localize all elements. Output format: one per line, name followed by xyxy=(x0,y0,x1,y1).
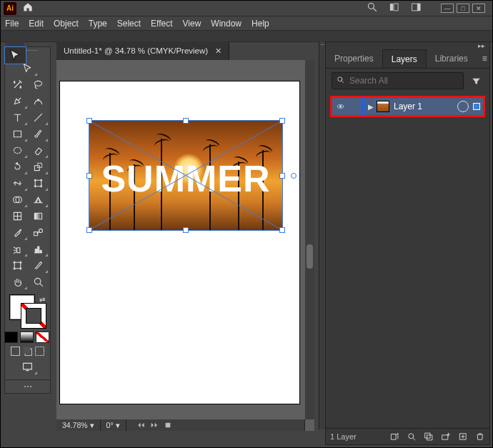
visibility-toggle-icon[interactable] xyxy=(332,102,348,111)
curvature-tool[interactable] xyxy=(28,93,49,109)
selection-bounding-box[interactable] xyxy=(89,120,283,231)
menu-object[interactable]: Object xyxy=(54,19,79,29)
make-clipping-mask-icon[interactable] xyxy=(424,432,434,442)
handle-bot-mid[interactable] xyxy=(183,227,189,233)
panel-menu-icon[interactable]: ≡ xyxy=(477,49,493,68)
menu-file[interactable]: File xyxy=(5,19,19,29)
locate-object-icon[interactable] xyxy=(407,432,417,442)
handle-top-right[interactable] xyxy=(279,118,285,124)
layer-search-input[interactable]: Search All xyxy=(332,72,464,89)
symbol-sprayer-tool[interactable] xyxy=(7,241,28,257)
column-graph-tool[interactable] xyxy=(28,241,49,257)
layer-name[interactable]: Layer 1 xyxy=(394,101,457,111)
placed-image[interactable]: SUMMER xyxy=(89,121,282,230)
search-icon[interactable] xyxy=(367,1,378,15)
color-mode-gradient[interactable] xyxy=(20,332,34,343)
edit-toolbar-icon[interactable]: ⋯ xyxy=(5,379,50,393)
eraser-tool[interactable] xyxy=(28,142,49,159)
handle-top-left[interactable] xyxy=(86,118,92,124)
minimize-button[interactable]: — xyxy=(441,4,454,13)
layer-row-layer1[interactable]: ▶ Layer 1 xyxy=(330,96,485,117)
artboard-tool[interactable] xyxy=(7,257,28,274)
perspective-grid-tool[interactable] xyxy=(28,191,49,208)
document-tab-bar: Untitled-1* @ 34.78 % (CMYK/Preview) ✕ xyxy=(56,41,229,60)
rotate-view[interactable]: 0° ▾ xyxy=(101,419,126,431)
home-icon[interactable] xyxy=(22,1,34,15)
svg-point-6 xyxy=(37,99,39,101)
paintbrush-tool[interactable] xyxy=(28,126,49,142)
expand-layer-icon[interactable]: ▶ xyxy=(365,103,377,111)
tab-properties[interactable]: Properties xyxy=(326,49,382,68)
zoom-tool[interactable] xyxy=(28,274,49,290)
handle-mid-left[interactable] xyxy=(86,173,92,179)
panel-grip[interactable]: ▸▸ xyxy=(326,42,489,49)
rotate-tool[interactable] xyxy=(7,159,28,175)
lasso-tool[interactable] xyxy=(28,76,49,93)
type-tool[interactable] xyxy=(7,109,28,126)
eyedropper-tool[interactable] xyxy=(7,224,28,241)
handle-bot-right[interactable] xyxy=(279,227,285,233)
color-mode-none[interactable] xyxy=(36,332,49,343)
artboard-nav[interactable] xyxy=(126,419,305,431)
free-transform-tool[interactable] xyxy=(28,175,49,191)
layers-export-icon[interactable] xyxy=(389,432,399,442)
vertical-scrollbar[interactable] xyxy=(305,60,314,419)
maximize-button[interactable]: □ xyxy=(457,4,469,13)
line-segment-tool[interactable] xyxy=(28,109,49,126)
toolbar-tab[interactable] xyxy=(6,41,24,46)
draw-behind-icon[interactable] xyxy=(21,346,34,356)
menu-help[interactable]: Help xyxy=(252,19,269,29)
screen-mode-icon[interactable] xyxy=(17,359,38,375)
svg-rect-7 xyxy=(14,131,21,137)
handle-content-grabber[interactable] xyxy=(291,173,297,179)
workspace-switcher-icon[interactable] xyxy=(410,2,422,14)
menu-window[interactable]: Window xyxy=(211,19,241,29)
stroke-swatch[interactable] xyxy=(21,303,46,329)
handle-mid-right[interactable] xyxy=(279,173,285,179)
layer-filter-icon[interactable] xyxy=(468,73,484,89)
close-window-button[interactable]: ✕ xyxy=(472,4,485,13)
draw-normal-icon[interactable] xyxy=(9,346,21,356)
mesh-tool[interactable] xyxy=(7,208,28,224)
app-logo: Ai xyxy=(4,2,16,15)
width-tool[interactable] xyxy=(7,175,28,191)
new-layer-icon[interactable] xyxy=(458,432,468,442)
svg-rect-39 xyxy=(427,435,432,440)
pen-tool[interactable] xyxy=(7,93,28,109)
menu-view[interactable]: View xyxy=(183,19,201,29)
hand-tool[interactable] xyxy=(7,274,28,290)
close-tab-icon[interactable]: ✕ xyxy=(215,46,221,56)
magic-wand-tool[interactable] xyxy=(7,76,28,93)
gradient-tool[interactable] xyxy=(28,208,49,224)
arrange-documents-icon[interactable] xyxy=(388,2,400,14)
delete-layer-icon[interactable] xyxy=(475,432,485,442)
svg-point-27 xyxy=(34,278,41,284)
menu-effect[interactable]: Effect xyxy=(151,19,172,29)
new-sublayer-icon[interactable] xyxy=(441,432,451,442)
artboard[interactable]: SUMMER xyxy=(60,81,299,404)
shape-builder-tool[interactable] xyxy=(7,191,28,208)
draw-inside-icon[interactable] xyxy=(34,346,46,356)
svg-rect-9 xyxy=(34,166,39,171)
menu-edit[interactable]: Edit xyxy=(29,19,44,29)
tab-layers[interactable]: Layers xyxy=(382,49,427,68)
app-window: Ai — □ ✕ File Edit Object Type Select Ef… xyxy=(0,0,493,448)
zoom-level[interactable]: 34.78% ▾ xyxy=(56,419,101,431)
menu-type[interactable]: Type xyxy=(89,19,107,29)
search-icon xyxy=(337,76,345,86)
blend-tool[interactable] xyxy=(28,224,49,241)
title-bar: Ai — □ ✕ xyxy=(1,1,492,16)
handle-bot-left[interactable] xyxy=(86,227,92,233)
shaper-tool[interactable] xyxy=(7,142,28,159)
fill-stroke-swatch[interactable]: ⇄ xyxy=(8,294,48,329)
handle-top-mid[interactable] xyxy=(183,118,189,124)
rectangle-tool[interactable] xyxy=(7,126,28,142)
menu-select[interactable]: Select xyxy=(117,19,141,29)
direct-selection-tool[interactable] xyxy=(17,60,38,76)
scale-tool[interactable] xyxy=(28,159,49,175)
slice-tool[interactable] xyxy=(28,257,49,274)
color-mode-solid[interactable] xyxy=(4,332,18,343)
target-icon[interactable] xyxy=(457,101,469,112)
tab-libraries[interactable]: Libraries xyxy=(427,49,477,68)
document-tab[interactable]: Untitled-1* @ 34.78 % (CMYK/Preview) ✕ xyxy=(56,41,229,60)
